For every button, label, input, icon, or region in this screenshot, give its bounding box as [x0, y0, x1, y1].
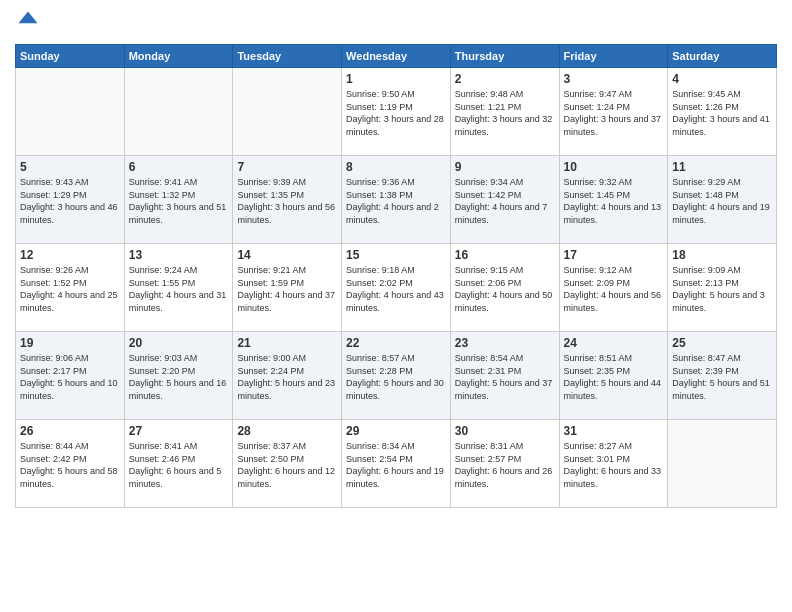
calendar-week-4: 19Sunrise: 9:06 AM Sunset: 2:17 PM Dayli… [16, 332, 777, 420]
calendar-cell [16, 68, 125, 156]
calendar-header-sunday: Sunday [16, 45, 125, 68]
calendar-header-tuesday: Tuesday [233, 45, 342, 68]
day-number: 17 [564, 248, 664, 262]
day-number: 9 [455, 160, 555, 174]
day-number: 27 [129, 424, 229, 438]
calendar-header-friday: Friday [559, 45, 668, 68]
calendar-cell: 17Sunrise: 9:12 AM Sunset: 2:09 PM Dayli… [559, 244, 668, 332]
calendar-table: SundayMondayTuesdayWednesdayThursdayFrid… [15, 44, 777, 508]
calendar-cell: 26Sunrise: 8:44 AM Sunset: 2:42 PM Dayli… [16, 420, 125, 508]
svg-marker-0 [18, 11, 37, 23]
day-info: Sunrise: 9:29 AM Sunset: 1:48 PM Dayligh… [672, 176, 772, 226]
calendar-cell [233, 68, 342, 156]
calendar-cell: 23Sunrise: 8:54 AM Sunset: 2:31 PM Dayli… [450, 332, 559, 420]
calendar-body: 1Sunrise: 9:50 AM Sunset: 1:19 PM Daylig… [16, 68, 777, 508]
day-info: Sunrise: 8:44 AM Sunset: 2:42 PM Dayligh… [20, 440, 120, 490]
calendar-cell: 30Sunrise: 8:31 AM Sunset: 2:57 PM Dayli… [450, 420, 559, 508]
day-info: Sunrise: 9:18 AM Sunset: 2:02 PM Dayligh… [346, 264, 446, 314]
calendar-cell: 22Sunrise: 8:57 AM Sunset: 2:28 PM Dayli… [342, 332, 451, 420]
calendar-week-5: 26Sunrise: 8:44 AM Sunset: 2:42 PM Dayli… [16, 420, 777, 508]
calendar-cell: 1Sunrise: 9:50 AM Sunset: 1:19 PM Daylig… [342, 68, 451, 156]
day-info: Sunrise: 9:41 AM Sunset: 1:32 PM Dayligh… [129, 176, 229, 226]
day-number: 30 [455, 424, 555, 438]
day-number: 12 [20, 248, 120, 262]
day-number: 25 [672, 336, 772, 350]
day-info: Sunrise: 8:54 AM Sunset: 2:31 PM Dayligh… [455, 352, 555, 402]
day-info: Sunrise: 9:03 AM Sunset: 2:20 PM Dayligh… [129, 352, 229, 402]
day-info: Sunrise: 8:34 AM Sunset: 2:54 PM Dayligh… [346, 440, 446, 490]
header [15, 10, 777, 36]
day-info: Sunrise: 9:32 AM Sunset: 1:45 PM Dayligh… [564, 176, 664, 226]
calendar-week-2: 5Sunrise: 9:43 AM Sunset: 1:29 PM Daylig… [16, 156, 777, 244]
day-info: Sunrise: 9:50 AM Sunset: 1:19 PM Dayligh… [346, 88, 446, 138]
day-info: Sunrise: 9:12 AM Sunset: 2:09 PM Dayligh… [564, 264, 664, 314]
calendar-header-thursday: Thursday [450, 45, 559, 68]
day-number: 29 [346, 424, 446, 438]
day-number: 2 [455, 72, 555, 86]
calendar-cell: 29Sunrise: 8:34 AM Sunset: 2:54 PM Dayli… [342, 420, 451, 508]
day-number: 19 [20, 336, 120, 350]
day-number: 4 [672, 72, 772, 86]
day-info: Sunrise: 9:21 AM Sunset: 1:59 PM Dayligh… [237, 264, 337, 314]
day-number: 7 [237, 160, 337, 174]
day-number: 31 [564, 424, 664, 438]
day-number: 1 [346, 72, 446, 86]
day-number: 5 [20, 160, 120, 174]
calendar-cell: 20Sunrise: 9:03 AM Sunset: 2:20 PM Dayli… [124, 332, 233, 420]
day-number: 20 [129, 336, 229, 350]
logo [15, 10, 41, 36]
calendar-cell: 27Sunrise: 8:41 AM Sunset: 2:46 PM Dayli… [124, 420, 233, 508]
day-number: 11 [672, 160, 772, 174]
calendar-header-row: SundayMondayTuesdayWednesdayThursdayFrid… [16, 45, 777, 68]
day-info: Sunrise: 9:09 AM Sunset: 2:13 PM Dayligh… [672, 264, 772, 314]
day-info: Sunrise: 9:06 AM Sunset: 2:17 PM Dayligh… [20, 352, 120, 402]
day-info: Sunrise: 8:37 AM Sunset: 2:50 PM Dayligh… [237, 440, 337, 490]
day-number: 21 [237, 336, 337, 350]
day-number: 28 [237, 424, 337, 438]
logo-icon [17, 10, 39, 32]
day-number: 16 [455, 248, 555, 262]
calendar-cell: 24Sunrise: 8:51 AM Sunset: 2:35 PM Dayli… [559, 332, 668, 420]
day-number: 8 [346, 160, 446, 174]
calendar-week-3: 12Sunrise: 9:26 AM Sunset: 1:52 PM Dayli… [16, 244, 777, 332]
calendar-cell: 3Sunrise: 9:47 AM Sunset: 1:24 PM Daylig… [559, 68, 668, 156]
day-info: Sunrise: 9:39 AM Sunset: 1:35 PM Dayligh… [237, 176, 337, 226]
day-number: 15 [346, 248, 446, 262]
calendar-cell: 25Sunrise: 8:47 AM Sunset: 2:39 PM Dayli… [668, 332, 777, 420]
calendar-cell: 18Sunrise: 9:09 AM Sunset: 2:13 PM Dayli… [668, 244, 777, 332]
calendar-cell: 13Sunrise: 9:24 AM Sunset: 1:55 PM Dayli… [124, 244, 233, 332]
day-number: 23 [455, 336, 555, 350]
calendar-cell: 7Sunrise: 9:39 AM Sunset: 1:35 PM Daylig… [233, 156, 342, 244]
calendar-cell: 28Sunrise: 8:37 AM Sunset: 2:50 PM Dayli… [233, 420, 342, 508]
day-info: Sunrise: 8:27 AM Sunset: 3:01 PM Dayligh… [564, 440, 664, 490]
calendar-cell: 15Sunrise: 9:18 AM Sunset: 2:02 PM Dayli… [342, 244, 451, 332]
day-number: 14 [237, 248, 337, 262]
day-number: 13 [129, 248, 229, 262]
calendar-header-saturday: Saturday [668, 45, 777, 68]
day-info: Sunrise: 9:48 AM Sunset: 1:21 PM Dayligh… [455, 88, 555, 138]
day-info: Sunrise: 8:51 AM Sunset: 2:35 PM Dayligh… [564, 352, 664, 402]
calendar-cell: 5Sunrise: 9:43 AM Sunset: 1:29 PM Daylig… [16, 156, 125, 244]
calendar-cell: 16Sunrise: 9:15 AM Sunset: 2:06 PM Dayli… [450, 244, 559, 332]
day-info: Sunrise: 9:47 AM Sunset: 1:24 PM Dayligh… [564, 88, 664, 138]
calendar-cell: 21Sunrise: 9:00 AM Sunset: 2:24 PM Dayli… [233, 332, 342, 420]
day-info: Sunrise: 9:43 AM Sunset: 1:29 PM Dayligh… [20, 176, 120, 226]
calendar-cell: 4Sunrise: 9:45 AM Sunset: 1:26 PM Daylig… [668, 68, 777, 156]
calendar-cell: 31Sunrise: 8:27 AM Sunset: 3:01 PM Dayli… [559, 420, 668, 508]
page: SundayMondayTuesdayWednesdayThursdayFrid… [0, 0, 792, 612]
calendar-week-1: 1Sunrise: 9:50 AM Sunset: 1:19 PM Daylig… [16, 68, 777, 156]
calendar-cell: 12Sunrise: 9:26 AM Sunset: 1:52 PM Dayli… [16, 244, 125, 332]
calendar-header-monday: Monday [124, 45, 233, 68]
calendar-cell: 9Sunrise: 9:34 AM Sunset: 1:42 PM Daylig… [450, 156, 559, 244]
day-info: Sunrise: 8:31 AM Sunset: 2:57 PM Dayligh… [455, 440, 555, 490]
calendar-header-wednesday: Wednesday [342, 45, 451, 68]
day-info: Sunrise: 9:34 AM Sunset: 1:42 PM Dayligh… [455, 176, 555, 226]
calendar-cell: 11Sunrise: 9:29 AM Sunset: 1:48 PM Dayli… [668, 156, 777, 244]
day-info: Sunrise: 9:00 AM Sunset: 2:24 PM Dayligh… [237, 352, 337, 402]
calendar-cell: 10Sunrise: 9:32 AM Sunset: 1:45 PM Dayli… [559, 156, 668, 244]
day-info: Sunrise: 9:24 AM Sunset: 1:55 PM Dayligh… [129, 264, 229, 314]
calendar-cell [124, 68, 233, 156]
calendar-cell: 19Sunrise: 9:06 AM Sunset: 2:17 PM Dayli… [16, 332, 125, 420]
day-number: 24 [564, 336, 664, 350]
day-number: 3 [564, 72, 664, 86]
